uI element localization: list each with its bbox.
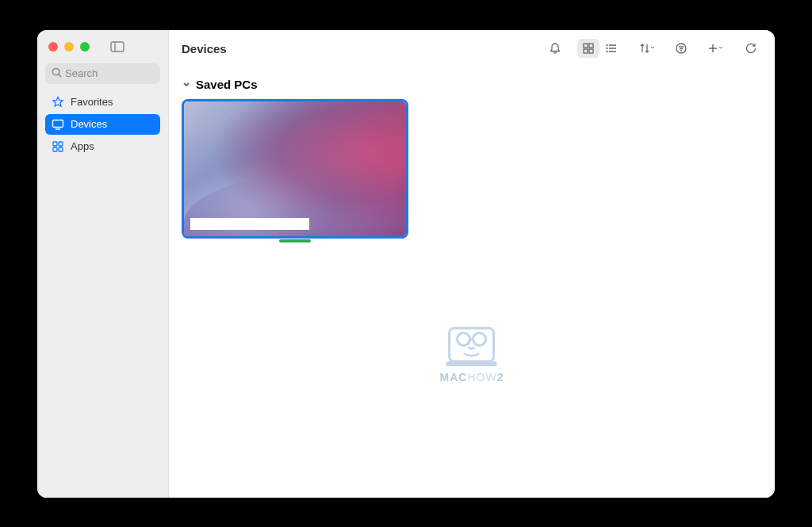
svg-rect-8 bbox=[53, 147, 57, 151]
svg-rect-10 bbox=[584, 44, 588, 48]
toolbar-actions bbox=[544, 39, 762, 58]
section-header[interactable]: Saved PCs bbox=[182, 78, 762, 91]
sort-button[interactable] bbox=[634, 39, 659, 58]
search-box[interactable] bbox=[45, 63, 160, 84]
svg-rect-6 bbox=[53, 142, 57, 146]
minimize-window-button[interactable] bbox=[64, 42, 74, 52]
svg-point-28 bbox=[473, 333, 486, 346]
chevron-down-icon bbox=[182, 79, 191, 89]
svg-rect-9 bbox=[59, 147, 63, 151]
notifications-button[interactable] bbox=[544, 39, 566, 58]
fullscreen-window-button[interactable] bbox=[80, 42, 90, 52]
bell-icon bbox=[549, 42, 561, 55]
close-window-button[interactable] bbox=[48, 42, 58, 52]
filter-button[interactable] bbox=[670, 39, 692, 58]
sort-icon bbox=[638, 42, 654, 55]
pc-card-container bbox=[182, 99, 408, 239]
refresh-button[interactable] bbox=[740, 39, 762, 58]
display-icon bbox=[52, 118, 64, 131]
sidebar-item-devices[interactable]: Devices bbox=[45, 114, 160, 135]
svg-rect-12 bbox=[584, 49, 588, 53]
saved-pc-card[interactable] bbox=[182, 99, 408, 239]
filter-icon bbox=[675, 42, 688, 55]
app-window: Favorites Devices bbox=[37, 30, 775, 498]
watermark-logo bbox=[445, 322, 499, 368]
svg-rect-0 bbox=[111, 42, 124, 52]
svg-rect-13 bbox=[589, 49, 593, 53]
svg-rect-4 bbox=[53, 120, 63, 127]
list-view-button[interactable] bbox=[600, 39, 622, 58]
svg-point-17 bbox=[607, 45, 607, 46]
sidebar-item-apps[interactable]: Apps bbox=[45, 136, 160, 157]
pc-thumbnail bbox=[184, 101, 406, 236]
watermark-text: MACHOW2 bbox=[440, 371, 504, 384]
svg-point-19 bbox=[607, 52, 607, 52]
sidebar-item-label: Devices bbox=[71, 118, 107, 130]
saved-pcs-grid bbox=[182, 99, 762, 239]
sidebar-item-favorites[interactable]: Favorites bbox=[45, 92, 160, 113]
main-content: Devices bbox=[169, 30, 775, 498]
apps-icon bbox=[52, 140, 64, 153]
toolbar: Devices bbox=[169, 30, 775, 68]
svg-rect-30 bbox=[446, 361, 497, 366]
sidebar-toggle-icon[interactable] bbox=[110, 41, 124, 52]
star-icon bbox=[52, 96, 64, 109]
sidebar-item-label: Favorites bbox=[71, 96, 113, 108]
plus-icon bbox=[708, 42, 724, 55]
page-title: Devices bbox=[182, 42, 227, 55]
refresh-icon bbox=[745, 42, 757, 55]
sidebar-item-label: Apps bbox=[71, 140, 94, 152]
svg-point-27 bbox=[458, 333, 470, 346]
grid-icon bbox=[582, 42, 595, 55]
svg-line-3 bbox=[59, 74, 61, 76]
view-mode-group bbox=[577, 39, 622, 58]
content-area: Saved PCs bbox=[169, 68, 775, 498]
svg-rect-11 bbox=[589, 44, 593, 48]
sidebar-nav: Favorites Devices bbox=[37, 92, 168, 157]
list-icon bbox=[605, 42, 618, 55]
search-container bbox=[37, 60, 168, 92]
svg-rect-7 bbox=[59, 142, 63, 146]
add-button[interactable] bbox=[703, 39, 729, 58]
pc-name-label bbox=[190, 218, 309, 230]
search-icon bbox=[52, 67, 62, 81]
section-title: Saved PCs bbox=[196, 78, 258, 91]
svg-point-2 bbox=[52, 68, 59, 74]
sidebar: Favorites Devices bbox=[37, 30, 169, 498]
window-controls bbox=[37, 30, 168, 60]
pc-status-indicator bbox=[279, 239, 311, 242]
grid-view-button[interactable] bbox=[577, 39, 599, 58]
svg-point-18 bbox=[607, 48, 607, 49]
watermark: MACHOW2 bbox=[440, 322, 504, 384]
search-input[interactable] bbox=[65, 67, 154, 79]
